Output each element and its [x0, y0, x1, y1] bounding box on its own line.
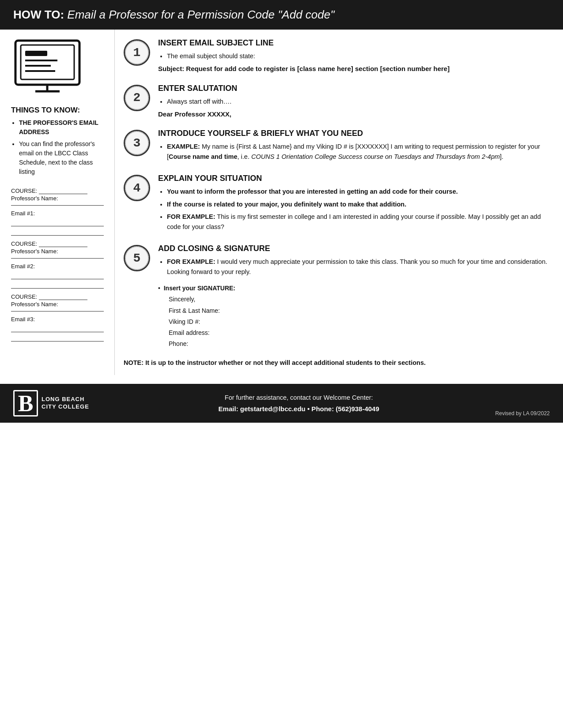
step-1-bullet-1: The email subject should state:: [167, 51, 550, 61]
step-1-body: The email subject should state: Subject:…: [158, 51, 550, 74]
step-4-circle: 4: [124, 175, 150, 201]
right-panel: 1 INSERT EMAIL SUBJECT LINE The email su…: [115, 30, 563, 375]
step-2-row: 2 ENTER SALUTATION Always start off with…: [124, 84, 550, 120]
form-group-2: COURSE: Professor's Name: Email #2:: [11, 240, 106, 279]
email-label-2: Email #2:: [11, 263, 106, 270]
logo-text: LONG BEACH CITY COLLEGE: [42, 396, 89, 411]
main-content: THINGS TO KNOW: THE PROFESSOR'S EMAIL AD…: [0, 30, 563, 375]
course-label-2: COURSE:: [11, 240, 106, 247]
step-1-title: INSERT EMAIL SUBJECT LINE: [158, 38, 550, 48]
footer-revised: Revised by LA 09/2022: [495, 410, 550, 417]
step-4-bullet-1: You want to inform the professor that yo…: [167, 187, 550, 196]
prof-label-2: Professor's Name:: [11, 248, 106, 255]
step-5-circle: 5: [124, 245, 150, 271]
computer-icon: [11, 38, 86, 96]
how-to-label: HOW TO:: [13, 8, 64, 21]
note-text: NOTE: It is up to the instructor whether…: [124, 359, 550, 366]
footer: B LONG BEACH CITY COLLEGE For further as…: [0, 384, 563, 423]
step-4-content: EXPLAIN YOUR SITUATION You want to infor…: [158, 174, 550, 234]
signature-lines: Sincerely, First & Last Name: Viking ID …: [158, 294, 550, 349]
separator-between-1-2: [11, 235, 104, 236]
footer-contact-line2: Email: getstarted@lbcc.edu • Phone: (562…: [102, 403, 495, 415]
sig-line-phone: Phone:: [169, 338, 550, 349]
step-1-number: 1: [133, 46, 141, 60]
step-3-circle: 3: [124, 130, 150, 156]
form-fields: COURSE: Professor's Name: Email #1: COUR…: [11, 187, 106, 341]
step-2-title: ENTER SALUTATION: [158, 84, 550, 93]
signature-intro: • Insert your SIGNATURE:: [158, 283, 550, 294]
prof-label-3: Professor's Name:: [11, 301, 106, 308]
header-subtitle: Email a Professor for a Permission Code …: [64, 8, 334, 21]
sig-line-viking: Viking ID #:: [169, 316, 550, 327]
sig-line-email: Email address:: [169, 327, 550, 338]
separator-between-2-3: [11, 288, 104, 289]
email-input-1[interactable]: [11, 218, 104, 226]
step-2-body: Always start off with…. Dear Professor X…: [158, 97, 550, 120]
step-3-row: 3 INTRODUCE YOURSELF & BRIEFLY WHAT YOU …: [124, 129, 550, 164]
separator-3: [11, 311, 104, 311]
step-4-bullet-2: If the course is related to your major, …: [167, 199, 550, 209]
step-5-content: ADD CLOSING & SIGNATURE FOR EXAMPLE: I w…: [158, 244, 550, 349]
course-label-3: COURSE:: [11, 293, 106, 300]
email-input-3[interactable]: [11, 324, 104, 332]
step-5-body: FOR EXAMPLE: I would very much appreciat…: [158, 257, 550, 349]
step-4-title: EXPLAIN YOUR SITUATION: [158, 174, 550, 183]
step-3-bullet-1: EXAMPLE: My name is {First & Last Name} …: [167, 142, 550, 161]
separator-end: [11, 341, 104, 341]
step-5-number: 5: [133, 251, 141, 265]
course-input-3[interactable]: [39, 293, 87, 300]
step-4-number: 4: [133, 181, 141, 195]
logo-b-letter: B: [13, 390, 38, 417]
step-4-body: You want to inform the professor that yo…: [158, 187, 550, 232]
course-input-1[interactable]: [39, 187, 87, 194]
step-3-example-prefix: EXAMPLE:: [167, 143, 200, 150]
things-item-2: You can find the professor's email on th…: [19, 139, 106, 176]
step-2-bold-line: Dear Professor XXXXX,: [158, 109, 550, 119]
course-input-2[interactable]: [39, 240, 87, 247]
footer-logo: B LONG BEACH CITY COLLEGE: [13, 390, 89, 417]
things-item-1-bold: THE PROFESSOR'S EMAIL ADDRESS: [19, 119, 98, 135]
step-5-title: ADD CLOSING & SIGNATURE: [158, 244, 550, 253]
course-label-1: COURSE:: [11, 187, 106, 194]
form-group-3: COURSE: Professor's Name: Email #3:: [11, 293, 106, 332]
step-3-example-text: My name is {First & Last Name} and my Vi…: [167, 143, 540, 160]
sig-line-name: First & Last Name:: [169, 305, 550, 316]
svg-rect-1: [21, 45, 74, 79]
step-2-bullet-1: Always start off with….: [167, 97, 550, 106]
step-1-bold-line: Subject: Request for add code to registe…: [158, 64, 550, 74]
svg-rect-2: [25, 51, 47, 56]
sig-line-sincerely: Sincerely,: [169, 294, 550, 305]
page-header: HOW TO: Email a Professor for a Permissi…: [0, 0, 563, 30]
step-1-content: INSERT EMAIL SUBJECT LINE The email subj…: [158, 38, 550, 74]
svg-rect-0: [15, 41, 79, 85]
left-panel: THINGS TO KNOW: THE PROFESSOR'S EMAIL AD…: [0, 30, 115, 375]
email-label-1: Email #1:: [11, 210, 106, 217]
note-box: NOTE: It is up to the instructor whether…: [124, 359, 550, 366]
step-5-bullet-1: FOR EXAMPLE: I would very much appreciat…: [167, 257, 550, 277]
logo-line1: LONG BEACH: [42, 396, 89, 403]
logo-line2: CITY COLLEGE: [42, 403, 89, 411]
footer-contact: For further assistance, contact our Welc…: [102, 392, 495, 414]
step-4-bullet-3: FOR EXAMPLE: This is my first semester i…: [167, 212, 550, 232]
separator-2: [11, 258, 104, 259]
step-5-row: 5 ADD CLOSING & SIGNATURE FOR EXAMPLE: I…: [124, 244, 550, 349]
step-2-number: 2: [133, 91, 141, 105]
step-3-title: INTRODUCE YOURSELF & BRIEFLY WHAT YOU NE…: [158, 129, 550, 138]
step-3-number: 3: [133, 136, 141, 150]
step-5-example-prefix: FOR EXAMPLE:: [167, 258, 215, 265]
step-2-circle: 2: [124, 85, 150, 111]
things-list: THE PROFESSOR'S EMAIL ADDRESS You can fi…: [11, 118, 106, 176]
step-3-body: EXAMPLE: My name is {First & Last Name} …: [158, 142, 550, 161]
step-3-content: INTRODUCE YOURSELF & BRIEFLY WHAT YOU NE…: [158, 129, 550, 164]
email-input-2[interactable]: [11, 271, 104, 279]
things-to-know-title: THINGS TO KNOW:: [11, 106, 106, 115]
footer-contact-line1: For further assistance, contact our Welc…: [102, 392, 495, 403]
form-group-1: COURSE: Professor's Name: Email #1:: [11, 187, 106, 226]
step-1-row: 1 INSERT EMAIL SUBJECT LINE The email su…: [124, 38, 550, 74]
step-1-circle: 1: [124, 39, 150, 66]
things-item-1: THE PROFESSOR'S EMAIL ADDRESS: [19, 118, 106, 137]
email-label-3: Email #3:: [11, 316, 106, 323]
prof-label-1: Professor's Name:: [11, 195, 106, 202]
signature-block: • Insert your SIGNATURE: Sincerely, Firs…: [158, 283, 550, 349]
step-4-row: 4 EXPLAIN YOUR SITUATION You want to inf…: [124, 174, 550, 234]
